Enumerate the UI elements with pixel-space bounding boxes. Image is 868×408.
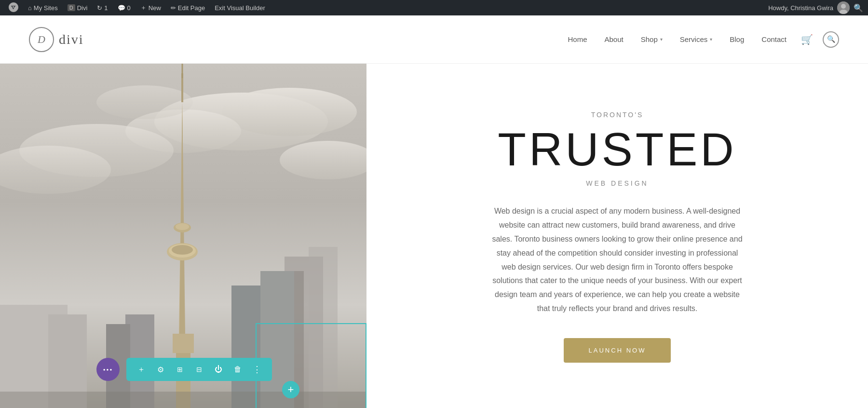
admin-bar: ⌂ My Sites D Divi ↻ 1 💬 0 ＋ New ✏ Edit P… [0, 0, 868, 15]
svg-point-5 [222, 88, 357, 136]
cart-icon[interactable]: 🛒 [795, 29, 819, 50]
hero-title: TRUSTED [498, 126, 736, 173]
svg-point-22 [172, 245, 193, 255]
hero-description: Web design is a crucial aspect of any mo… [492, 204, 743, 315]
toolbar-disable-button[interactable]: ⏻ [210, 361, 227, 378]
new-label: New [149, 4, 161, 12]
updates-button[interactable]: ↻ 1 [93, 0, 111, 15]
wp-logo-button[interactable] [5, 0, 22, 15]
nav-home[interactable]: Home [559, 30, 596, 48]
exit-vb-label: Exit Visual Builder [215, 4, 265, 12]
builder-toolbar: ＋ ⚙ ⊞ ⊟ ⏻ 🗑 ⋮ [126, 358, 272, 381]
comments-icon: 💬 [118, 4, 125, 12]
builder-dots-button[interactable]: ●●● [96, 358, 120, 381]
nav-blog-label: Blog [730, 35, 744, 43]
comments-button[interactable]: 💬 0 [114, 0, 135, 15]
nav-about[interactable]: About [596, 30, 632, 48]
add-icon: ＋ [137, 365, 145, 375]
nav-services[interactable]: Services ▾ [671, 30, 721, 48]
nav-contact[interactable]: Contact [753, 30, 795, 48]
site-header: D divi Home About Shop ▾ Services ▾ Blog… [0, 15, 868, 64]
avatar[interactable] [837, 1, 850, 14]
nav-shop[interactable]: Shop ▾ [632, 30, 671, 48]
dots-icon: ●●● [103, 367, 113, 372]
site-navigation: Home About Shop ▾ Services ▾ Blog Contac… [559, 29, 839, 50]
more-icon: ⋮ [253, 364, 261, 375]
shop-chevron-icon: ▾ [660, 37, 663, 42]
toolbar-add-button[interactable]: ＋ [133, 361, 149, 378]
add-column-button-1[interactable]: + [282, 381, 299, 398]
builder-overlay: ●●● ＋ ⚙ ⊞ ⊟ ⏻ 🗑 [96, 358, 272, 381]
plus-icon: + [288, 383, 294, 396]
edit-page-label: Edit Page [178, 4, 205, 12]
toolbar-grid-button[interactable]: ⊞ [172, 361, 188, 378]
trash-icon: 🗑 [234, 365, 242, 374]
toolbar-columns-button[interactable]: ⊟ [191, 361, 207, 378]
columns-icon: ⊟ [196, 366, 202, 373]
svg-point-1 [841, 4, 846, 9]
toolbar-settings-button[interactable]: ⚙ [152, 361, 169, 378]
nav-blog[interactable]: Blog [721, 30, 753, 48]
nav-home-label: Home [568, 35, 587, 43]
hero-image-section: ●●● ＋ ⚙ ⊞ ⊟ ⏻ 🗑 [0, 64, 366, 408]
logo-letter: D [38, 33, 45, 46]
power-icon: ⏻ [215, 365, 222, 374]
hero-text-section: TORONTO'S TRUSTED WEB DESIGN Web design … [366, 64, 868, 408]
hero-title2: WEB DESIGN [586, 179, 648, 187]
exit-vb-button[interactable]: Exit Visual Builder [211, 0, 269, 15]
wp-icon [9, 2, 18, 14]
svg-point-10 [96, 85, 193, 119]
gear-icon: ⚙ [157, 365, 164, 374]
my-sites-label: My Sites [34, 4, 58, 12]
nav-services-label: Services [680, 35, 708, 43]
admin-bar-right: Howdy, Christina Gwira 🔍 [768, 1, 863, 14]
logo-circle: D [29, 27, 54, 52]
search-icon: 🔍 [827, 35, 835, 43]
edit-page-button[interactable]: ✏ Edit Page [167, 0, 209, 15]
svg-point-24 [176, 223, 189, 230]
hero-image [0, 64, 366, 408]
svg-rect-15 [173, 334, 194, 353]
toolbar-delete-button[interactable]: 🗑 [230, 361, 246, 378]
hero-subtitle: TORONTO'S [591, 111, 644, 119]
nav-contact-label: Contact [761, 35, 787, 43]
site-logo[interactable]: D divi [29, 27, 84, 52]
plus-icon: ＋ [140, 3, 147, 12]
logo-text: divi [59, 32, 84, 47]
search-button[interactable]: 🔍 [823, 31, 839, 48]
updates-icon: ↻ [97, 4, 102, 12]
sites-icon: ⌂ [28, 4, 32, 12]
comments-count: 0 [127, 4, 131, 12]
nav-about-label: About [604, 35, 623, 43]
services-chevron-icon: ▾ [710, 37, 712, 42]
my-sites-button[interactable]: ⌂ My Sites [24, 0, 62, 15]
updates-count: 1 [104, 4, 108, 12]
divi-button[interactable]: D Divi [64, 0, 92, 15]
nav-shop-label: Shop [641, 35, 658, 43]
toolbar-more-button[interactable]: ⋮ [249, 361, 265, 378]
main-content: ●●● ＋ ⚙ ⊞ ⊟ ⏻ 🗑 [0, 64, 868, 408]
launch-now-button[interactable]: LAUNCH NOW [564, 338, 671, 363]
divi-icon: D [68, 4, 75, 11]
search-icon[interactable]: 🔍 [854, 3, 863, 13]
grid-icon: ⊞ [177, 366, 183, 373]
new-button[interactable]: ＋ New [136, 0, 165, 15]
edit-icon: ✏ [171, 4, 176, 12]
howdy-label: Howdy, Christina Gwira [768, 4, 833, 12]
divi-label: Divi [77, 4, 88, 12]
